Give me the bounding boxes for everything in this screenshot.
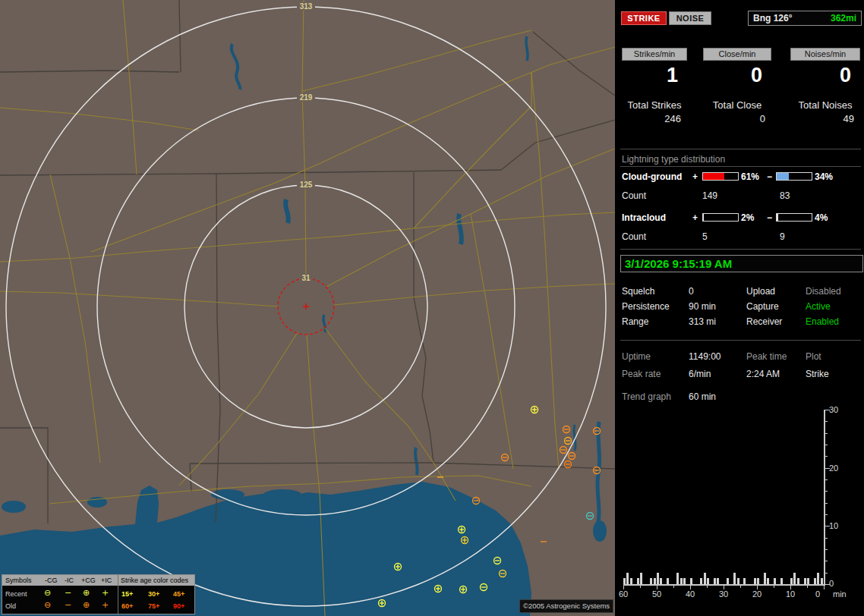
legend-type-pcg: +CG [81, 577, 96, 584]
intracloud-label: Intracloud [622, 212, 666, 223]
peak-time-label: Peak time [746, 351, 787, 362]
trend-bar [757, 578, 759, 584]
x-tick-50: 50 [649, 589, 664, 599]
trend-bar [657, 573, 659, 584]
x-tick-40: 40 [683, 589, 698, 599]
trend-bar [754, 578, 756, 584]
noises-per-min-button[interactable]: Noises/min [790, 48, 860, 61]
strike-map[interactable]: 313 219 125 31 Symbols -CG -IC +CG +IC S… [0, 0, 615, 616]
trend-graph: 30 20 10 0 60 50 40 30 20 10 0 min [619, 410, 864, 607]
bearing-distance: 362mi [831, 13, 856, 24]
trend-bar [704, 573, 706, 584]
status-panel: STRIKE NOISE Bng 126° 362mi Strikes/min … [619, 0, 864, 616]
trend-x-axis [623, 584, 825, 586]
cloud-ground-label: Cloud-ground [622, 171, 682, 182]
plot-label: Plot [806, 351, 821, 362]
axis-tick [825, 561, 828, 561]
cg-neg-pct: 34% [815, 171, 833, 182]
axis-tick [825, 538, 828, 539]
axis-tick [825, 491, 828, 492]
noises-per-min-value: 0 [790, 64, 851, 87]
legend-strike-symbol-icon: ⊕ [83, 601, 90, 609]
ic-neg-fill [777, 214, 778, 221]
ic-neg-count: 9 [780, 231, 785, 242]
legend-age-header: Strike age color codes [121, 577, 188, 584]
legend-strike-symbol-icon: ⊕ [83, 589, 90, 597]
axis-tick [825, 456, 828, 457]
axis-tick [825, 549, 828, 550]
trend-bar [767, 578, 769, 584]
trend-bar [821, 578, 823, 584]
ic-count-label: Count [622, 231, 646, 242]
axis-tick [707, 586, 708, 588]
trend-bar [714, 578, 716, 584]
trend-graph-label: Trend graph [622, 391, 671, 402]
cg-pos-sign: + [692, 171, 698, 182]
legend-symbols-header: Symbols [5, 577, 32, 584]
legend-age-code: 90+ [173, 603, 184, 610]
trend-bar [737, 578, 739, 584]
trend-bar [733, 573, 736, 584]
trend-graph-value: 60 min [689, 391, 716, 402]
close-per-min-button[interactable]: Close/min [703, 48, 771, 61]
uptime-value: 1149:00 [689, 351, 721, 362]
copyright-text: ©2005 Astrogenic Systems [519, 599, 613, 613]
legend-type-pic: +IC [101, 577, 112, 584]
cg-pos-count: 149 [702, 190, 717, 201]
receiver-value: Enabled [806, 316, 839, 327]
axis-tick [825, 433, 828, 434]
axis-tick [774, 586, 774, 588]
range-label: Range [622, 316, 648, 327]
trend-bar [780, 578, 783, 584]
axis-tick [640, 586, 641, 588]
trend-bar [790, 578, 793, 584]
separator [620, 249, 861, 250]
separator [620, 149, 861, 149]
noise-indicator[interactable]: NOISE [669, 11, 711, 25]
trend-bar [774, 578, 776, 584]
legend-row-label: Recent [5, 591, 27, 598]
persistence-value: 90 min [689, 301, 716, 312]
ring-label-31: 31 [301, 274, 311, 282]
cg-pos-fill [703, 173, 724, 180]
ic-pos-fill [703, 214, 704, 221]
cg-pos-pct: 61% [741, 171, 759, 182]
legend-header: Symbols -CG -IC +CG +IC Strike age color… [2, 575, 194, 586]
trend-bar [680, 578, 683, 584]
trend-bar [814, 578, 816, 584]
capture-value: Active [806, 301, 831, 312]
legend-strike-symbol-icon: − [65, 601, 71, 609]
strikes-per-min-button[interactable]: Strikes/min [622, 48, 687, 61]
trend-bar [727, 578, 729, 584]
trend-bar [797, 578, 799, 584]
total-close-value: 0 [703, 113, 765, 124]
axis-tick [740, 586, 741, 588]
legend-age-code: 30+ [148, 591, 159, 598]
plot-value: Strike [806, 369, 829, 379]
trend-bar [683, 578, 686, 584]
axis-tick [825, 421, 828, 422]
squelch-label: Squelch [622, 286, 654, 297]
datetime-display: 3/1/2026 9:15:19 AM [620, 255, 863, 272]
trend-bar [807, 578, 809, 584]
uptime-label: Uptime [622, 351, 651, 362]
y-tick-20: 20 [829, 464, 838, 473]
strike-indicator[interactable]: STRIKE [621, 11, 667, 25]
strikes-per-min-value: 1 [622, 64, 678, 87]
axis-tick [825, 503, 828, 504]
axis-tick [825, 514, 828, 515]
capture-label: Capture [746, 301, 779, 312]
legend-row-recent: Recent⊖−⊕+15+30+45+ [2, 588, 194, 600]
range-value: 313 mi [689, 316, 716, 327]
cg-pos-bar [702, 172, 739, 181]
legend-strike-symbol-icon: ⊖ [44, 601, 51, 609]
trend-bar [707, 578, 709, 584]
legend-strike-symbol-icon: + [102, 589, 109, 597]
trend-bar [623, 578, 626, 584]
map-canvas[interactable]: 313 219 125 31 [0, 0, 615, 616]
axis-tick [673, 586, 674, 588]
ic-pos-count: 5 [702, 231, 708, 242]
x-tick-10: 10 [783, 589, 798, 599]
legend-type-ncg: -CG [45, 577, 58, 584]
trend-bar [630, 578, 632, 584]
